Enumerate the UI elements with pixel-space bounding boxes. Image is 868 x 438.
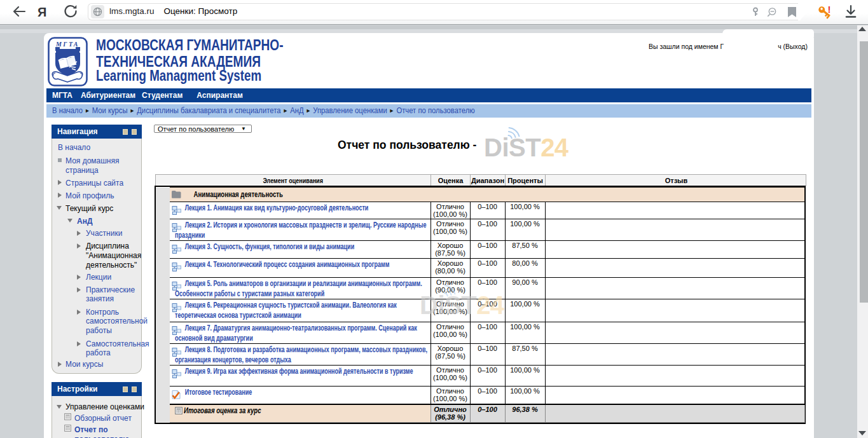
svg-text:МГТА: МГТА — [55, 41, 79, 48]
svg-text:!: ! — [828, 4, 831, 15]
